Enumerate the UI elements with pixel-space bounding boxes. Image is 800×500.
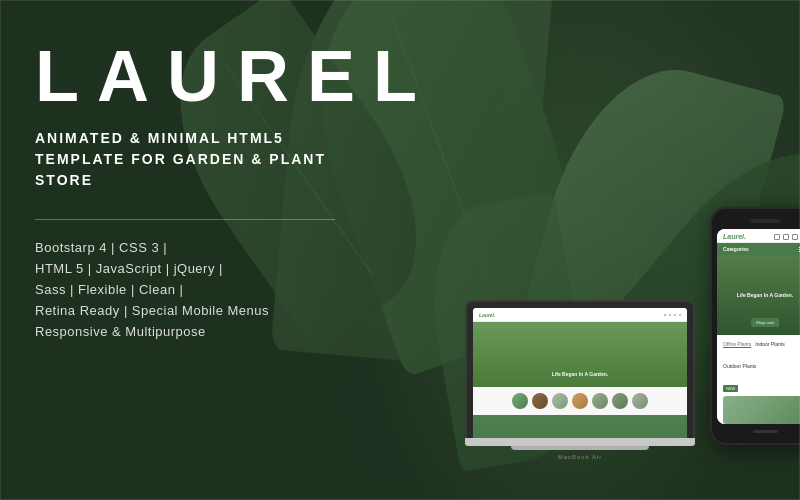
features-list: Bootstarp 4 | CSS 3 | HTML 5 | JavaScrip… [35, 240, 465, 339]
laptop-hero: Life Began In A Garden. [473, 322, 687, 387]
product-tabs: Office Plants Indoor Plants [723, 341, 800, 348]
phone-header-icons [774, 234, 800, 240]
laptop-logo: Laurel. [479, 312, 660, 318]
tab-outdoor-plants[interactable]: Outdoor Plants [723, 363, 756, 369]
laptop-screen: Laurel. Life Began In A Garden. [473, 308, 687, 438]
nav-dot [664, 314, 666, 316]
phone-hero-text: Life Began In A Garden. [737, 292, 793, 299]
product-circle [632, 393, 648, 409]
tab-indoor-plants[interactable]: Indoor Plants [755, 341, 784, 348]
user-icon [774, 234, 780, 240]
phone-mockup: Laurel. Categories [710, 207, 800, 445]
phone-hero: Life Began In A Garden. Shop now [717, 255, 800, 335]
product-image [723, 396, 800, 424]
divider [35, 219, 335, 220]
laptop-circles-row [473, 387, 687, 415]
laptop-base [465, 438, 695, 446]
feature-item-3: Sass | Flexible | Clean | [35, 282, 465, 297]
laptop-nav [664, 314, 681, 316]
tab-office-plants[interactable]: Office Plants [723, 341, 751, 348]
page-title: LAUREL [35, 40, 465, 112]
laptop-screen-content: Laurel. Life Began In A Garden. [473, 308, 687, 438]
phone-logo: Laurel. [723, 233, 746, 240]
phone-home-indicator [753, 430, 778, 433]
product-circle [572, 393, 588, 409]
phone-screen: Laurel. Categories [717, 229, 800, 424]
left-section: LAUREL ANIMATED & MINIMAL HTML5 TEMPLATE… [35, 30, 465, 470]
feature-item-2: HTML 5 | JavaScript | jQuery | [35, 261, 465, 276]
nav-dot [669, 314, 671, 316]
phone-body: Laurel. Categories [710, 207, 800, 445]
cart-icon [792, 234, 798, 240]
product-circle [552, 393, 568, 409]
right-section: Laurel. Life Began In A Garden. [465, 30, 800, 470]
laptop-header-bar: Laurel. [473, 308, 687, 322]
nav-dot [674, 314, 676, 316]
product-circle [532, 393, 548, 409]
phone-categories-bar[interactable]: Categories [717, 243, 800, 255]
subtitle: ANIMATED & MINIMAL HTML5 TEMPLATE FOR GA… [35, 128, 355, 191]
new-badge: NEW [723, 385, 738, 392]
categories-label: Categories [723, 246, 749, 252]
laptop-hero-text: Life Began In A Garden. [552, 371, 608, 377]
product-circle [512, 393, 528, 409]
feature-item-4: Retina Ready | Special Mobile Menus [35, 303, 465, 318]
feature-item-1: Bootstarp 4 | CSS 3 | [35, 240, 465, 255]
phone-header: Laurel. [717, 229, 800, 243]
heart-icon [783, 234, 789, 240]
laptop-mockup: Laurel. Life Began In A Garden. [465, 300, 695, 460]
product-circle [592, 393, 608, 409]
shop-now-button[interactable]: Shop now [751, 318, 779, 327]
feature-item-5: Responsive & Multipurpose [35, 324, 465, 339]
phone-products: Office Plants Indoor Plants Outdoor Plan… [717, 335, 800, 424]
phone-notch [750, 219, 780, 223]
laptop-screen-wrapper: Laurel. Life Began In A Garden. [465, 300, 695, 438]
nav-dot [679, 314, 681, 316]
product-circle [612, 393, 628, 409]
laptop-brand: MacBook Air [465, 454, 695, 460]
main-content: LAUREL ANIMATED & MINIMAL HTML5 TEMPLATE… [0, 0, 800, 500]
